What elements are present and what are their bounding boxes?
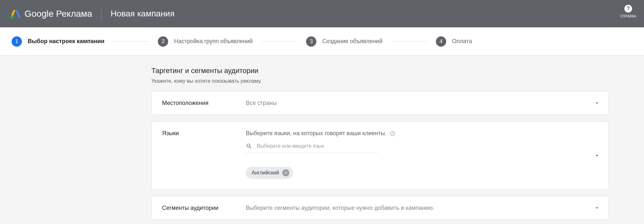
step-label: Настройка групп объявлений xyxy=(174,38,253,45)
info-icon[interactable]: ? xyxy=(390,131,396,136)
step-number: 1 xyxy=(12,36,22,47)
chevron-down-icon xyxy=(594,100,600,106)
audiences-value: Выберите сегменты аудитории, которые нуж… xyxy=(246,205,598,211)
step-number: 2 xyxy=(158,36,168,47)
svg-marker-1 xyxy=(15,10,21,18)
help-label: СПРАВКА xyxy=(620,14,636,18)
step-connector xyxy=(262,41,297,42)
step-3[interactable]: 3 Создание объявлений xyxy=(306,36,382,47)
step-label: Оплата xyxy=(452,38,472,45)
language-chip: Английский xyxy=(246,167,293,179)
section-subtitle: Укажите, кому вы хотите показывать рекла… xyxy=(151,78,609,84)
locations-value: Все страны xyxy=(246,100,598,107)
step-2[interactable]: 2 Настройка групп объявлений xyxy=(158,36,253,47)
help-button[interactable]: ? СПРАВКА xyxy=(620,5,636,18)
campaign-stepper: 1 Выбор настроек кампании 2 Настройка гр… xyxy=(0,27,644,56)
step-4[interactable]: 4 Оплата xyxy=(436,36,472,47)
google-ads-logo-icon xyxy=(10,9,21,19)
svg-text:?: ? xyxy=(627,5,630,12)
step-1[interactable]: 1 Выбор настроек кампании xyxy=(12,36,104,47)
svg-text:?: ? xyxy=(392,132,393,135)
step-label: Создание объявлений xyxy=(322,38,382,45)
page-title: Новая кампания xyxy=(111,9,174,19)
main-content: Таргетинг и сегменты аудитории Укажите, … xyxy=(0,56,644,220)
step-number: 3 xyxy=(306,36,316,47)
locations-label: Местоположения xyxy=(162,100,246,107)
app-header: Google Реклама Новая кампания ? СПРАВКА xyxy=(0,0,644,27)
chevron-down-icon xyxy=(594,205,600,211)
step-connector xyxy=(113,41,149,42)
languages-card: Языки Выберите языки, на которых говорят… xyxy=(151,121,609,190)
language-search[interactable] xyxy=(246,143,378,153)
logo-text: Google Реклама xyxy=(24,9,92,19)
header-divider xyxy=(101,8,101,20)
language-search-input[interactable] xyxy=(257,143,378,149)
search-icon xyxy=(246,143,252,150)
logo[interactable]: Google Реклама xyxy=(10,9,92,19)
chevron-up-icon[interactable] xyxy=(594,152,600,159)
help-icon: ? xyxy=(624,5,632,13)
step-connector xyxy=(391,41,427,42)
languages-hint: Выберите языки, на которых говорят ваши … xyxy=(246,130,387,137)
step-label: Выбор настроек кампании xyxy=(28,38,104,45)
languages-label: Языки xyxy=(162,130,246,179)
locations-card[interactable]: Местоположения Все страны xyxy=(151,91,609,115)
svg-point-2 xyxy=(10,15,14,19)
audiences-label: Сегменты аудитории xyxy=(162,205,246,211)
chip-label: Английский xyxy=(252,170,279,176)
step-number: 4 xyxy=(436,36,446,47)
section-title: Таргетинг и сегменты аудитории xyxy=(151,67,609,75)
audiences-card[interactable]: Сегменты аудитории Выберите сегменты ауд… xyxy=(151,196,609,220)
chip-remove-icon[interactable] xyxy=(282,169,289,176)
